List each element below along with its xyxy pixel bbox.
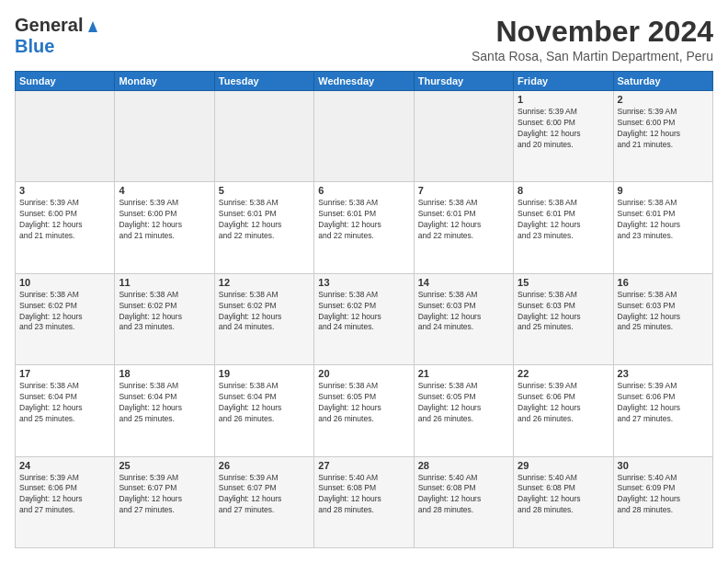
day-info: Sunrise: 5:38 AM Sunset: 6:01 PM Dayligh… — [418, 198, 509, 242]
day-info: Sunrise: 5:38 AM Sunset: 6:02 PM Dayligh… — [219, 290, 310, 334]
month-title: November 2024 — [472, 15, 713, 49]
day-info: Sunrise: 5:40 AM Sunset: 6:08 PM Dayligh… — [418, 473, 509, 517]
weekday-sunday: Sunday — [16, 72, 115, 91]
page: General Blue November 2024 Santa Rosa, S… — [0, 0, 728, 563]
day-number: 11 — [119, 277, 210, 288]
day-info: Sunrise: 5:38 AM Sunset: 6:03 PM Dayligh… — [618, 290, 709, 334]
calendar-week-row: 3Sunrise: 5:39 AM Sunset: 6:00 PM Daylig… — [16, 182, 713, 273]
table-row: 4Sunrise: 5:39 AM Sunset: 6:00 PM Daylig… — [115, 182, 214, 273]
day-info: Sunrise: 5:38 AM Sunset: 6:04 PM Dayligh… — [119, 381, 210, 425]
day-number: 15 — [518, 277, 609, 288]
location-title: Santa Rosa, San Martin Department, Peru — [472, 49, 713, 63]
day-number: 3 — [19, 185, 110, 196]
table-row: 3Sunrise: 5:39 AM Sunset: 6:00 PM Daylig… — [16, 182, 115, 273]
calendar-header-row: Sunday Monday Tuesday Wednesday Thursday… — [16, 72, 713, 91]
calendar-week-row: 24Sunrise: 5:39 AM Sunset: 6:06 PM Dayli… — [16, 456, 713, 547]
table-row — [16, 91, 115, 182]
day-number: 4 — [119, 185, 210, 196]
logo: General Blue — [15, 15, 103, 57]
table-row: 27Sunrise: 5:40 AM Sunset: 6:08 PM Dayli… — [314, 456, 414, 547]
calendar-table: Sunday Monday Tuesday Wednesday Thursday… — [15, 71, 713, 548]
logo-blue: Blue — [15, 36, 54, 56]
day-number: 23 — [618, 368, 709, 379]
day-info: Sunrise: 5:38 AM Sunset: 6:01 PM Dayligh… — [318, 198, 409, 242]
table-row: 7Sunrise: 5:38 AM Sunset: 6:01 PM Daylig… — [414, 182, 513, 273]
day-info: Sunrise: 5:38 AM Sunset: 6:05 PM Dayligh… — [318, 381, 409, 425]
table-row: 5Sunrise: 5:38 AM Sunset: 6:01 PM Daylig… — [214, 182, 313, 273]
day-number: 7 — [418, 185, 509, 196]
day-info: Sunrise: 5:40 AM Sunset: 6:08 PM Dayligh… — [318, 473, 409, 517]
day-info: Sunrise: 5:39 AM Sunset: 6:00 PM Dayligh… — [618, 107, 709, 151]
day-info: Sunrise: 5:39 AM Sunset: 6:07 PM Dayligh… — [119, 473, 210, 517]
day-number: 27 — [318, 460, 409, 471]
day-info: Sunrise: 5:39 AM Sunset: 6:00 PM Dayligh… — [518, 107, 609, 151]
day-number: 14 — [418, 277, 509, 288]
day-info: Sunrise: 5:38 AM Sunset: 6:05 PM Dayligh… — [418, 381, 509, 425]
table-row: 23Sunrise: 5:39 AM Sunset: 6:06 PM Dayli… — [613, 365, 712, 456]
logo-triangle-icon — [83, 16, 103, 36]
table-row: 8Sunrise: 5:38 AM Sunset: 6:01 PM Daylig… — [514, 182, 613, 273]
day-info: Sunrise: 5:38 AM Sunset: 6:01 PM Dayligh… — [518, 198, 609, 242]
day-info: Sunrise: 5:38 AM Sunset: 6:02 PM Dayligh… — [119, 290, 210, 334]
table-row: 19Sunrise: 5:38 AM Sunset: 6:04 PM Dayli… — [214, 365, 313, 456]
logo-general: General — [15, 15, 83, 36]
day-number: 2 — [618, 94, 709, 105]
table-row: 15Sunrise: 5:38 AM Sunset: 6:03 PM Dayli… — [514, 273, 613, 364]
day-number: 17 — [19, 368, 110, 379]
table-row — [314, 91, 414, 182]
table-row: 21Sunrise: 5:38 AM Sunset: 6:05 PM Dayli… — [414, 365, 513, 456]
day-number: 30 — [618, 460, 709, 471]
header: General Blue November 2024 Santa Rosa, S… — [15, 15, 713, 63]
day-number: 29 — [518, 460, 609, 471]
day-number: 10 — [19, 277, 110, 288]
table-row: 6Sunrise: 5:38 AM Sunset: 6:01 PM Daylig… — [314, 182, 414, 273]
calendar-week-row: 1Sunrise: 5:39 AM Sunset: 6:00 PM Daylig… — [16, 91, 713, 182]
day-number: 13 — [318, 277, 409, 288]
calendar-week-row: 10Sunrise: 5:38 AM Sunset: 6:02 PM Dayli… — [16, 273, 713, 364]
table-row: 16Sunrise: 5:38 AM Sunset: 6:03 PM Dayli… — [613, 273, 712, 364]
weekday-tuesday: Tuesday — [214, 72, 313, 91]
day-info: Sunrise: 5:38 AM Sunset: 6:04 PM Dayligh… — [19, 381, 110, 425]
day-number: 22 — [518, 368, 609, 379]
day-info: Sunrise: 5:40 AM Sunset: 6:09 PM Dayligh… — [618, 473, 709, 517]
table-row: 2Sunrise: 5:39 AM Sunset: 6:00 PM Daylig… — [613, 91, 712, 182]
table-row: 20Sunrise: 5:38 AM Sunset: 6:05 PM Dayli… — [314, 365, 414, 456]
day-info: Sunrise: 5:38 AM Sunset: 6:01 PM Dayligh… — [219, 198, 310, 242]
table-row: 1Sunrise: 5:39 AM Sunset: 6:00 PM Daylig… — [514, 91, 613, 182]
table-row: 17Sunrise: 5:38 AM Sunset: 6:04 PM Dayli… — [16, 365, 115, 456]
weekday-friday: Friday — [514, 72, 613, 91]
day-number: 6 — [318, 185, 409, 196]
day-number: 18 — [119, 368, 210, 379]
table-row: 26Sunrise: 5:39 AM Sunset: 6:07 PM Dayli… — [214, 456, 313, 547]
table-row: 24Sunrise: 5:39 AM Sunset: 6:06 PM Dayli… — [16, 456, 115, 547]
table-row: 30Sunrise: 5:40 AM Sunset: 6:09 PM Dayli… — [613, 456, 712, 547]
day-number: 19 — [219, 368, 310, 379]
day-info: Sunrise: 5:38 AM Sunset: 6:02 PM Dayligh… — [318, 290, 409, 334]
day-number: 25 — [119, 460, 210, 471]
day-info: Sunrise: 5:39 AM Sunset: 6:07 PM Dayligh… — [219, 473, 310, 517]
table-row — [115, 91, 214, 182]
day-number: 16 — [618, 277, 709, 288]
table-row: 25Sunrise: 5:39 AM Sunset: 6:07 PM Dayli… — [115, 456, 214, 547]
table-row: 29Sunrise: 5:40 AM Sunset: 6:08 PM Dayli… — [514, 456, 613, 547]
table-row — [414, 91, 513, 182]
day-number: 26 — [219, 460, 310, 471]
table-row: 11Sunrise: 5:38 AM Sunset: 6:02 PM Dayli… — [115, 273, 214, 364]
svg-marker-0 — [88, 21, 97, 32]
table-row: 28Sunrise: 5:40 AM Sunset: 6:08 PM Dayli… — [414, 456, 513, 547]
day-info: Sunrise: 5:38 AM Sunset: 6:03 PM Dayligh… — [518, 290, 609, 334]
day-info: Sunrise: 5:38 AM Sunset: 6:01 PM Dayligh… — [618, 198, 709, 242]
day-info: Sunrise: 5:38 AM Sunset: 6:03 PM Dayligh… — [418, 290, 509, 334]
table-row: 9Sunrise: 5:38 AM Sunset: 6:01 PM Daylig… — [613, 182, 712, 273]
table-row: 18Sunrise: 5:38 AM Sunset: 6:04 PM Dayli… — [115, 365, 214, 456]
day-number: 21 — [418, 368, 509, 379]
table-row: 22Sunrise: 5:39 AM Sunset: 6:06 PM Dayli… — [514, 365, 613, 456]
day-number: 20 — [318, 368, 409, 379]
day-info: Sunrise: 5:39 AM Sunset: 6:06 PM Dayligh… — [518, 381, 609, 425]
table-row — [214, 91, 313, 182]
table-row: 14Sunrise: 5:38 AM Sunset: 6:03 PM Dayli… — [414, 273, 513, 364]
weekday-wednesday: Wednesday — [314, 72, 414, 91]
calendar-week-row: 17Sunrise: 5:38 AM Sunset: 6:04 PM Dayli… — [16, 365, 713, 456]
weekday-monday: Monday — [115, 72, 214, 91]
table-row: 10Sunrise: 5:38 AM Sunset: 6:02 PM Dayli… — [16, 273, 115, 364]
